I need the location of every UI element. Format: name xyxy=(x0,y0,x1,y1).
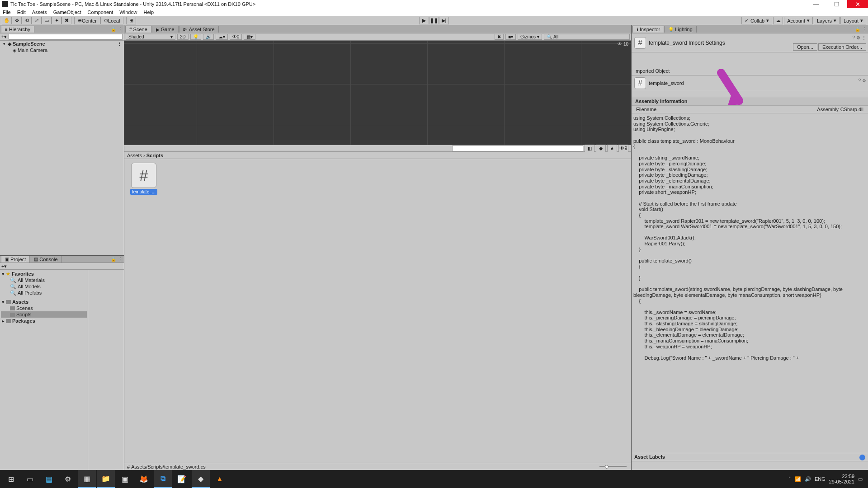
menu-edit[interactable]: Edit xyxy=(17,9,26,15)
clock[interactable]: 22:59 29-05-2021 xyxy=(829,474,854,484)
menu-component[interactable]: Component xyxy=(87,9,113,15)
cloud-button[interactable]: ☁ xyxy=(773,17,783,24)
hierarchy-item[interactable]: ◈Main Camera xyxy=(0,47,124,53)
notifications-icon[interactable]: ▭ xyxy=(858,476,863,482)
move-tool[interactable]: ✥ xyxy=(12,17,22,24)
menu-window[interactable]: Window xyxy=(119,9,137,15)
packages-row[interactable]: ▸Packages xyxy=(1,318,87,324)
2d-toggle[interactable]: 2D xyxy=(177,34,189,40)
favorites-row[interactable]: ▾★Favorites xyxy=(1,271,87,277)
firefox-app[interactable]: 🦊 xyxy=(135,470,153,488)
pivot-center[interactable]: ⊕ Center xyxy=(74,17,100,24)
hierarchy-search[interactable] xyxy=(9,34,123,40)
transform-tool[interactable]: ✦ xyxy=(52,17,61,24)
exec-order-button[interactable]: Execution Order... xyxy=(818,43,866,51)
menu-help[interactable]: Help xyxy=(143,9,154,15)
explorer-app[interactable]: 📁 xyxy=(97,470,115,488)
step-button[interactable]: ▶| xyxy=(439,17,449,24)
camera-toggle[interactable]: ■▾ xyxy=(505,34,516,40)
gizmos-dropdown[interactable]: Gizmos ▾ xyxy=(518,34,542,40)
panel-lock-icon[interactable]: 🔒 xyxy=(111,27,116,32)
hierarchy-tab[interactable]: ≡Hierarchy xyxy=(1,26,34,33)
maximize-button[interactable]: ☐ xyxy=(826,0,847,8)
taskbar-app[interactable]: ▦ xyxy=(78,470,96,488)
fav-item[interactable]: 🔍All Prefabs xyxy=(1,290,87,296)
hidden-toggle[interactable]: 👁0 xyxy=(230,34,242,40)
create-dropdown[interactable]: +▾ xyxy=(1,34,7,40)
scene-menu-icon[interactable]: ⋮ xyxy=(117,41,122,47)
volume-icon[interactable]: 🔊 xyxy=(805,476,811,482)
gear-icon[interactable]: ⚙ xyxy=(856,35,860,40)
panel-ctx-icon[interactable]: ⋮ xyxy=(118,257,123,262)
tray-chevron-icon[interactable]: ˄ xyxy=(788,476,791,482)
assets-row[interactable]: ▾Assets xyxy=(1,299,87,305)
fx-toggle[interactable]: ☁▾ xyxy=(216,34,228,40)
layers-dropdown[interactable]: Layers ▾ xyxy=(814,17,840,24)
custom-tool[interactable]: ✖ xyxy=(61,17,71,24)
taskview-button[interactable]: ▭ xyxy=(21,470,39,488)
scene-search[interactable]: 🔍 All xyxy=(544,34,630,40)
notepad-app[interactable]: 📝 xyxy=(173,470,191,488)
thumbnail-slider-knob[interactable] xyxy=(605,465,609,469)
lang-indicator[interactable]: ENG xyxy=(815,476,826,482)
start-button[interactable]: ⊞ xyxy=(2,470,20,488)
menu-assets[interactable]: Assets xyxy=(32,9,47,15)
shading-dropdown[interactable]: Shaded▾ xyxy=(126,34,175,40)
layout-dropdown[interactable]: Layout ▾ xyxy=(840,17,866,24)
breadcrumb-scripts[interactable]: Scripts xyxy=(146,153,163,158)
panel-ctx-icon[interactable]: ⋮ xyxy=(118,27,123,32)
search-filter-obj[interactable]: ◧ xyxy=(585,145,594,152)
menu-file[interactable]: File xyxy=(3,9,11,15)
menu-gameobject[interactable]: GameObject xyxy=(53,9,81,15)
rotate-tool[interactable]: ⟲ xyxy=(22,17,32,24)
taskbar-app[interactable]: ▣ xyxy=(116,470,134,488)
inspector-tab[interactable]: ℹInspector xyxy=(632,26,664,33)
help-icon[interactable]: ? xyxy=(858,78,861,83)
audio-toggle[interactable]: 🔊 xyxy=(203,34,214,40)
hand-tool[interactable]: ✋ xyxy=(2,17,12,24)
wifi-icon[interactable]: 📶 xyxy=(795,476,801,482)
taskbar-app[interactable]: ⚙ xyxy=(59,470,77,488)
collab-dropdown[interactable]: ✓ Collab ▾ xyxy=(741,17,772,24)
snap-button[interactable]: ⊞ xyxy=(126,17,136,24)
light-toggle[interactable]: 💡 xyxy=(190,34,201,40)
pivot-local[interactable]: ⊙ Local xyxy=(100,17,123,24)
game-tab[interactable]: ▶Game xyxy=(152,26,179,33)
gear-icon[interactable]: ⚙ xyxy=(862,78,866,83)
project-search[interactable] xyxy=(452,145,583,151)
open-button[interactable]: Open... xyxy=(793,43,817,51)
scene-viewport[interactable]: 👁 10 xyxy=(124,41,631,145)
lighting-tab[interactable]: 💡Lighting xyxy=(664,26,697,33)
folder-item-selected[interactable]: Scripts xyxy=(1,311,87,318)
asset-item[interactable]: # template_... xyxy=(128,163,160,195)
pause-button[interactable]: ❚❚ xyxy=(429,17,439,24)
assetstore-tab[interactable]: 🛍Asset Store xyxy=(179,26,219,33)
minimize-button[interactable]: — xyxy=(806,0,826,8)
project-tab[interactable]: ▣Project xyxy=(1,256,30,263)
taskbar-app[interactable]: ▤ xyxy=(40,470,58,488)
console-tab[interactable]: ▤Console xyxy=(30,256,61,263)
help-icon[interactable]: ? xyxy=(852,35,855,40)
label-picker-icon[interactable] xyxy=(859,455,865,460)
fav-item[interactable]: 🔍All Materials xyxy=(1,277,87,283)
thumbnail-slider[interactable] xyxy=(599,466,627,467)
breadcrumb-assets[interactable]: Assets xyxy=(127,153,142,158)
tools-toggle[interactable]: ✖ xyxy=(495,34,504,40)
scene-row[interactable]: ▾◆SampleScene⋮ xyxy=(0,41,124,47)
fav-item[interactable]: 🔍All Models xyxy=(1,283,87,290)
account-dropdown[interactable]: Account ▾ xyxy=(784,17,813,24)
panel-lock-icon[interactable]: 🔒 xyxy=(111,257,116,262)
search-filter-label[interactable]: ★ xyxy=(607,145,617,152)
vscode-app[interactable]: ⧉ xyxy=(154,470,172,488)
scale-tool[interactable]: ⤢ xyxy=(32,17,42,24)
panel-ctx-icon[interactable]: ⋮ xyxy=(862,27,867,32)
search-filter-type[interactable]: ◆ xyxy=(596,145,606,152)
play-button[interactable]: ▶ xyxy=(419,17,429,24)
rect-tool[interactable]: ▭ xyxy=(42,17,52,24)
close-button[interactable]: ✕ xyxy=(847,0,868,8)
unity-app[interactable]: ◆ xyxy=(192,470,210,488)
vlc-app[interactable]: ▲ xyxy=(211,470,229,488)
project-create[interactable]: +▾ xyxy=(1,263,7,269)
panel-lock-icon[interactable]: 🔒 xyxy=(855,27,860,32)
grid-toggle[interactable]: ▦▾ xyxy=(244,34,255,40)
